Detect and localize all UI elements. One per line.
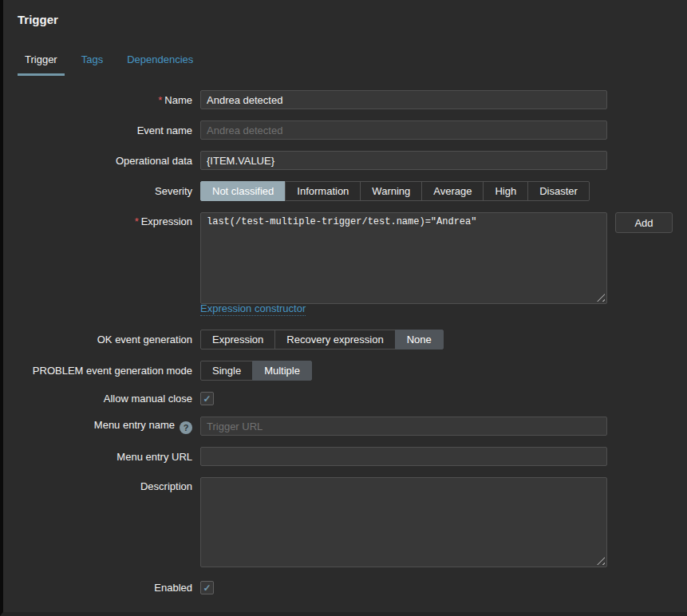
severity-segmented-control: Not classified Information Warning Avera…	[200, 181, 590, 201]
form-row-expression: *Expression last(/test-multiple-trigger/…	[18, 212, 673, 304]
severity-option-warning[interactable]: Warning	[360, 181, 422, 201]
form-row-menu-entry-name: Menu entry name?	[18, 417, 673, 436]
required-asterisk: *	[158, 94, 162, 106]
event-name-input[interactable]	[200, 120, 607, 140]
operational-data-label: Operational data	[18, 155, 192, 167]
trigger-form: *Name Event name Operational data Severi…	[18, 90, 673, 594]
form-row-problem-event-generation-mode: PROBLEM event generation mode Single Mul…	[18, 361, 673, 381]
form-row-allow-manual-close: Allow manual close ✓	[18, 392, 673, 405]
ok-event-generation-segmented-control: Expression Recovery expression None	[200, 330, 444, 349]
problem-event-generation-mode-label: PROBLEM event generation mode	[18, 365, 192, 377]
severity-option-average[interactable]: Average	[421, 181, 484, 201]
ok-event-generation-label: OK event generation	[18, 334, 192, 346]
add-expression-button[interactable]: Add	[615, 212, 673, 233]
checkmark-icon: ✓	[203, 394, 211, 404]
description-textarea-wrap	[200, 477, 607, 567]
severity-option-high[interactable]: High	[483, 181, 528, 201]
description-label: Description	[18, 477, 192, 492]
allow-manual-close-label: Allow manual close	[18, 393, 192, 405]
menu-entry-name-input[interactable]	[200, 417, 607, 436]
form-row-operational-data: Operational data	[18, 151, 673, 170]
ok-event-option-recovery-expression[interactable]: Recovery expression	[274, 330, 395, 349]
allow-manual-close-checkbox[interactable]: ✓	[200, 392, 214, 405]
name-label: *Name	[18, 94, 192, 106]
form-row-event-name: Event name	[18, 120, 673, 140]
form-row-name: *Name	[18, 90, 673, 109]
expression-textarea-wrap: last(/test-multiple-trigger/test.name)="…	[200, 212, 607, 304]
checkmark-icon: ✓	[203, 583, 211, 593]
expression-constructor-link[interactable]: Expression constructor	[200, 302, 306, 316]
menu-entry-name-label: Menu entry name?	[18, 419, 192, 434]
tab-tags[interactable]: Tags	[74, 53, 110, 76]
severity-option-information[interactable]: Information	[285, 181, 361, 201]
enabled-label: Enabled	[18, 582, 192, 594]
operational-data-input[interactable]	[200, 151, 607, 170]
form-row-expression-constructor: Expression constructor	[18, 302, 673, 316]
name-input[interactable]	[200, 90, 607, 109]
form-row-severity: Severity Not classified Information Warn…	[18, 181, 673, 201]
problem-mode-option-single[interactable]: Single	[200, 361, 253, 381]
page-title: Trigger	[18, 13, 673, 26]
form-row-menu-entry-url: Menu entry URL	[18, 447, 673, 466]
expression-label: *Expression	[18, 212, 192, 227]
form-row-description: Description	[18, 477, 673, 567]
event-name-label: Event name	[18, 124, 192, 136]
ok-event-option-none[interactable]: None	[395, 330, 444, 349]
severity-label: Severity	[18, 185, 192, 197]
help-icon[interactable]: ?	[180, 421, 192, 434]
problem-mode-option-multiple[interactable]: Multiple	[252, 361, 312, 381]
severity-option-disaster[interactable]: Disaster	[527, 181, 590, 201]
required-asterisk: *	[135, 215, 139, 227]
expression-textarea[interactable]: last(/test-multiple-trigger/test.name)="…	[200, 212, 607, 304]
menu-entry-url-label: Menu entry URL	[18, 451, 192, 463]
tab-dependencies[interactable]: Dependencies	[120, 53, 200, 76]
tab-bar: Trigger Tags Dependencies	[18, 53, 673, 76]
severity-option-not-classified[interactable]: Not classified	[200, 181, 286, 201]
trigger-dialog: Trigger Trigger Tags Dependencies *Name …	[3, 0, 687, 594]
description-textarea[interactable]	[200, 477, 607, 567]
form-row-enabled: Enabled ✓	[18, 581, 673, 594]
ok-event-option-expression[interactable]: Expression	[200, 330, 275, 349]
tab-trigger[interactable]: Trigger	[18, 53, 65, 76]
problem-mode-segmented-control: Single Multiple	[200, 361, 312, 381]
enabled-checkbox[interactable]: ✓	[200, 581, 214, 594]
form-row-ok-event-generation: OK event generation Expression Recovery …	[18, 330, 673, 349]
menu-entry-url-input[interactable]	[200, 447, 607, 466]
